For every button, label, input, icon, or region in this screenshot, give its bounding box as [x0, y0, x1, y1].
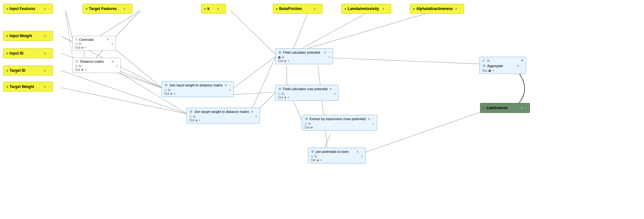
close-icon[interactable]: ✕ [520, 106, 524, 110]
close-icon[interactable]: ✕ [43, 7, 47, 11]
menu-icon[interactable]: ··· [334, 88, 336, 90]
close-icon[interactable]: ✕ [313, 7, 316, 11]
close-icon[interactable]: ✕ [216, 7, 220, 11]
add-port[interactable]: + [328, 56, 330, 59]
close-icon[interactable]: ✕ [43, 51, 47, 55]
in-port[interactable] [278, 93, 281, 95]
add-port[interactable]: + [372, 122, 374, 125]
menu-icon[interactable]: ··· [318, 7, 320, 10]
field-calc-max-potential-node[interactable]: ❄ Field calculator max potential ✕ ··· I… [275, 85, 339, 101]
menu-icon[interactable]: ··· [361, 150, 363, 153]
menu-icon[interactable]: ··· [48, 52, 50, 55]
in-label: In [79, 64, 81, 68]
close-icon[interactable]: ✕ [111, 60, 114, 63]
add-port[interactable]: + [287, 96, 289, 99]
close-icon[interactable]: ✕ [250, 110, 254, 114]
centroids-node[interactable]: ⊙ Centroids ✕ ··· In + Out + [72, 36, 116, 51]
in-port[interactable] [311, 155, 313, 158]
add-port[interactable]: + [361, 155, 363, 158]
close-icon[interactable]: ✕ [323, 51, 327, 54]
target-id-node[interactable]: + Target ID ✕ ··· [3, 66, 53, 75]
add-port[interactable]: + [492, 69, 494, 72]
menu-icon[interactable]: ··· [127, 7, 130, 10]
menu-icon[interactable]: ··· [459, 7, 461, 10]
k-label: k [208, 7, 215, 11]
menu-icon[interactable]: ··· [48, 85, 50, 88]
menu-icon[interactable]: ··· [328, 51, 330, 54]
menu-icon[interactable]: ··· [111, 38, 113, 41]
in-port[interactable] [189, 115, 192, 118]
in-port[interactable] [305, 123, 307, 125]
add-port[interactable]: + [199, 119, 200, 122]
out-port[interactable] [284, 60, 286, 62]
add-port[interactable]: + [521, 58, 523, 63]
k-node[interactable]: + k ✕ ··· [201, 4, 226, 14]
plus-icon: + [413, 7, 415, 11]
close-icon[interactable]: ✕ [329, 87, 332, 91]
close-icon[interactable]: ✕ [123, 7, 126, 11]
close-icon[interactable]: ✕ [43, 34, 47, 38]
out-port[interactable] [311, 127, 313, 129]
join-potentials-node[interactable]: ❄ join potentials to town ✕ ··· In + Out… [308, 148, 366, 163]
menu-icon[interactable]: ··· [372, 118, 374, 120]
extract-by-expression-node[interactable]: ❄ Extract by expression (max potential) … [302, 115, 377, 131]
close-icon[interactable]: ✕ [367, 117, 371, 121]
close-icon[interactable]: ✕ [356, 150, 359, 153]
input-id-node[interactable]: + Input ID ✕ ··· [3, 48, 53, 58]
close-icon[interactable]: ✕ [381, 7, 385, 11]
menu-icon[interactable]: ··· [116, 60, 118, 63]
menu-icon[interactable]: ··· [221, 7, 223, 10]
join-target-weight-node[interactable]: ❄ Join target weight to distance matrix … [186, 108, 260, 124]
menu-icon[interactable]: ··· [525, 107, 527, 110]
target-features-node[interactable]: + Target Features ✕ ··· [83, 4, 132, 14]
menu-icon[interactable]: ··· [229, 84, 231, 87]
input-weight-node[interactable]: + Input Weight ✕ ··· [3, 31, 53, 41]
menu-icon[interactable]: ··· [521, 65, 523, 67]
add-port[interactable]: + [84, 68, 86, 71]
menu-icon[interactable]: ··· [48, 7, 50, 10]
out-port[interactable] [488, 70, 491, 72]
add-port[interactable]: + [116, 64, 118, 68]
close-icon[interactable]: ✕ [516, 64, 520, 68]
in-port[interactable] [482, 59, 485, 62]
out-port[interactable] [195, 119, 197, 121]
lamda-emissivity-node[interactable]: + Lamda/emissivity ✕ ··· [341, 4, 391, 14]
add-port[interactable]: + [229, 88, 231, 92]
add-port[interactable]: + [287, 59, 289, 63]
add-port[interactable]: + [111, 42, 113, 46]
workflow-canvas: + Input Features ✕ ··· + Target Features… [0, 0, 644, 219]
add-port[interactable]: + [320, 158, 322, 162]
alpha-attractiveness-node[interactable]: + Alpha/attractiveness ✕ ··· [410, 4, 464, 14]
in-port[interactable] [164, 89, 167, 91]
input-features-node[interactable]: + Input Features ✕ ··· [3, 4, 53, 14]
menu-icon[interactable]: ··· [255, 110, 257, 113]
menu-icon[interactable]: ··· [48, 69, 50, 72]
beta-friction-node[interactable]: + Beta/Friction ✕ ··· [273, 4, 323, 14]
out-port[interactable] [171, 93, 172, 95]
out-label: Out [278, 59, 283, 63]
close-icon[interactable]: ✕ [43, 85, 47, 89]
close-icon[interactable]: ✕ [43, 69, 47, 72]
distance-matrix-node[interactable]: 🗋 Distance matrix ✕ ··· In + Out + [72, 58, 121, 73]
close-icon[interactable]: ✕ [224, 83, 228, 87]
add-port[interactable]: + [84, 46, 86, 49]
close-icon[interactable]: ✕ [106, 38, 110, 41]
out-port[interactable] [317, 159, 319, 161]
in-port[interactable] [278, 56, 281, 59]
out-port[interactable] [81, 47, 83, 49]
out-port[interactable] [81, 69, 83, 71]
target-weight-node[interactable]: + Target Weight ✕ ··· [3, 82, 53, 92]
in-port[interactable] [75, 43, 78, 45]
close-icon[interactable]: ✕ [454, 7, 458, 11]
aggregate-node[interactable]: In + ❄ Aggregate ✕ ··· Out + [479, 57, 526, 74]
menu-icon[interactable]: ··· [48, 35, 50, 37]
add-port[interactable]: + [255, 115, 257, 118]
field-calc-potential-node[interactable]: ❄ Field calculator potential ✕ ··· In + … [275, 48, 333, 64]
menu-icon[interactable]: ··· [386, 7, 388, 10]
catchments-node[interactable]: + Catchments ✕ ··· [480, 103, 530, 113]
add-port[interactable]: + [174, 92, 175, 95]
join-input-weight-node[interactable]: ❄ Join input weight to distance matrix ✕… [161, 81, 234, 97]
out-port[interactable] [284, 97, 286, 99]
in-port[interactable] [75, 65, 78, 67]
add-port[interactable]: + [334, 92, 336, 95]
